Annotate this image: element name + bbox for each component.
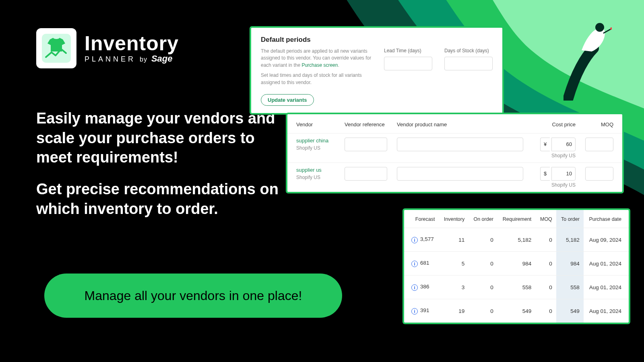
moq-value: 0	[535, 299, 556, 323]
col-forecast: Forecast	[404, 210, 439, 228]
vendor-sub: Shopify US	[296, 175, 335, 180]
purchase-date-value: Aug 01, 2024	[584, 276, 629, 299]
lead-time-label: Lead Time (days)	[384, 48, 432, 53]
default-periods-desc-1: The default periods are applied to all n…	[261, 48, 374, 69]
inventory-value: 3	[439, 276, 469, 299]
cta-label: Manage all your vendors in one place!	[85, 288, 302, 303]
info-icon[interactable]: i	[411, 237, 418, 243]
vendors-table: Vendor Vendor reference Vendor product n…	[287, 114, 622, 192]
vendor-name-link[interactable]: supplier us	[296, 167, 335, 173]
vendor-product-name-input[interactable]	[397, 167, 523, 181]
cost-price-sub: Shopify US	[533, 153, 576, 158]
inventory-value: 5	[439, 252, 469, 276]
hero-copy: Easily manage your vendors and scale you…	[36, 109, 294, 230]
vendor-row: supplier chinaShopify US¥60Shopify US	[287, 134, 622, 163]
inventory-value: 11	[439, 228, 469, 252]
to-order-value: 984	[556, 252, 584, 276]
vendor-name-link[interactable]: supplier china	[296, 138, 335, 144]
requirement-value: 558	[497, 276, 536, 299]
requirement-value: 549	[497, 299, 536, 323]
to-order-value: 558	[556, 276, 584, 299]
vendor-reference-input[interactable]	[345, 138, 387, 151]
purchase-date-value: Aug 01, 2024	[584, 252, 629, 276]
col-purchase-date: Purchase date	[584, 210, 629, 228]
default-periods-title: Default periods	[261, 36, 493, 44]
requirement-value: 5,182	[497, 228, 536, 252]
col-vendor-product-name: Vendor product name	[392, 114, 528, 134]
col-vendor-reference: Vendor reference	[340, 114, 392, 134]
forecast-value: 386	[420, 284, 429, 290]
col-moq-forecast: MOQ	[535, 210, 556, 228]
brand-tagline-by: by	[140, 56, 147, 63]
update-variants-button[interactable]: Update variants	[261, 94, 314, 106]
forecast-row: i386305580558Aug 01, 2024	[404, 276, 629, 299]
days-of-stock-input[interactable]	[444, 57, 493, 70]
vendors-panel: Vendor Vendor reference Vendor product n…	[286, 113, 624, 193]
info-icon[interactable]: i	[411, 261, 418, 267]
purchase-screen-link[interactable]: Purchase screen	[301, 62, 338, 68]
purchase-date-value: Aug 01, 2024	[584, 299, 629, 323]
forecast-row: i3,5771105,18205,182Aug 09, 2024	[404, 228, 629, 252]
moq-value: 0	[535, 276, 556, 299]
brand-logo-badge	[36, 28, 76, 68]
on-order-value: 0	[469, 228, 497, 252]
info-icon[interactable]: i	[411, 308, 418, 315]
moq-value: 0	[535, 228, 556, 252]
forecast-row: i681509840984Aug 01, 2024	[404, 252, 629, 276]
person-illustration	[564, 20, 612, 101]
currency-symbol: ¥	[540, 138, 550, 151]
currency-symbol: $	[540, 167, 550, 181]
hero-paragraph-1: Easily manage your vendors and scale you…	[36, 109, 294, 167]
col-inventory: Inventory	[439, 210, 469, 228]
col-vendor: Vendor	[287, 114, 340, 134]
default-periods-desc-2: Set lead times and days of stock for all…	[261, 72, 374, 86]
brand-tagline-planner: PLANNER	[85, 56, 136, 63]
brand-name: Inventory	[85, 33, 179, 53]
cost-price-value[interactable]: 10	[551, 167, 576, 181]
forecast-value: 391	[420, 307, 429, 313]
brand-logo: Inventory PLANNER by Sage	[36, 28, 179, 68]
to-order-value: 549	[556, 299, 584, 323]
vendor-reference-input[interactable]	[345, 167, 387, 181]
col-moq: MOQ	[580, 114, 622, 134]
vendor-sub: Shopify US	[296, 145, 335, 151]
moq-input[interactable]	[585, 138, 613, 151]
requirement-value: 984	[497, 252, 536, 276]
hero-paragraph-2: Get precise recommendations on which inv…	[36, 179, 294, 218]
days-of-stock-label: Days of Stock (days)	[444, 48, 493, 53]
svg-point-0	[595, 23, 604, 32]
vendor-row: supplier usShopify US$10Shopify US	[287, 163, 622, 192]
on-order-value: 0	[469, 299, 497, 323]
forecast-row: i3911905490549Aug 01, 2024	[404, 299, 629, 323]
info-icon[interactable]: i	[411, 284, 418, 291]
forecast-table: Forecast Inventory On order Requirement …	[404, 210, 629, 323]
col-requirement: Requirement	[497, 210, 536, 228]
moq-input[interactable]	[585, 167, 613, 181]
on-order-value: 0	[469, 252, 497, 276]
col-cost-price: Cost price	[528, 114, 580, 134]
cost-price-value[interactable]: 60	[551, 138, 576, 151]
brand-tagline: PLANNER by Sage	[85, 54, 179, 63]
lead-time-input[interactable]	[384, 57, 432, 70]
col-to-order: To order	[556, 210, 584, 228]
forecast-value: 681	[420, 260, 429, 266]
col-on-order: On order	[469, 210, 497, 228]
tshirt-chart-icon	[42, 34, 71, 63]
moq-value: 0	[535, 252, 556, 276]
to-order-value: 5,182	[556, 228, 584, 252]
forecast-panel: Forecast Inventory On order Requirement …	[402, 208, 630, 324]
on-order-value: 0	[469, 276, 497, 299]
vendor-product-name-input[interactable]	[397, 138, 523, 151]
cost-price-sub: Shopify US	[533, 182, 576, 188]
forecast-value: 3,577	[420, 236, 434, 242]
default-periods-panel: Default periods The default periods are …	[250, 26, 504, 115]
purchase-date-value: Aug 09, 2024	[584, 228, 629, 252]
brand-tagline-sage: Sage	[151, 54, 173, 63]
inventory-value: 19	[439, 299, 469, 323]
cta-button[interactable]: Manage all your vendors in one place!	[44, 274, 342, 318]
